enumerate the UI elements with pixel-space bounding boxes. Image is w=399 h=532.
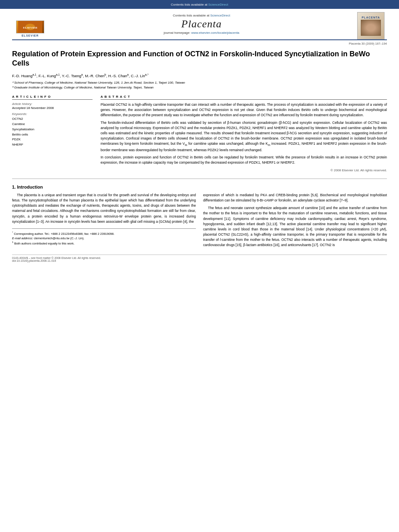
svg-text:ELSEVIER: ELSEVIER	[23, 26, 37, 29]
article-info-abstract: A R T I C L E I N F O Article history: A…	[12, 95, 387, 173]
intro-para-right-1: expression of which is mediated by PKA a…	[203, 193, 387, 203]
bottom-line-1: 0143-4004/$ – see front matter © 2008 El…	[12, 257, 387, 259]
affil-b: ᵇ Graduate Institute of Microbiology, Co…	[12, 86, 154, 89]
article-title: Regulation of Protein Expression and Fun…	[12, 49, 387, 68]
sciencedirect-link[interactable]: ScienceDirect	[208, 3, 228, 6]
journal-center: Contents lists available at ScienceDirec…	[48, 12, 355, 39]
copyright-notice: © 2008 Elsevier Ltd. All rights reserved…	[101, 168, 387, 173]
intro-text-left: The placenta is a unique and transient o…	[12, 193, 196, 224]
journal-logo-right: PLACENTA	[355, 12, 387, 39]
sciencedirect-link2[interactable]: ScienceDirect	[210, 14, 230, 17]
keyword-1: OCTN2	[12, 117, 93, 122]
footnotes: * Corresponding author. Tel.: +886 2 231…	[12, 228, 196, 246]
intro-para-right-2: The fetus and neonate cannot synthesize …	[203, 205, 387, 248]
article-reference: Placenta 30 (2009) 187–194	[0, 42, 387, 45]
footnote-equal: 1 Both authors contributed equally to th…	[12, 240, 196, 246]
section-divider	[12, 179, 387, 179]
bottom-line-2: doi:10.1016/j.placenta.2008.11.016	[12, 259, 387, 262]
abstract-column: A B S T R A C T Placental OCTN2 is a hig…	[101, 95, 387, 173]
placenta-badge: PLACENTA	[357, 12, 385, 39]
contents-line: Contents lists available at ScienceDirec…	[173, 14, 230, 17]
keywords-label: Keywords:	[12, 112, 93, 116]
bottom-bar: 0143-4004/$ – see front matter © 2008 El…	[12, 255, 387, 262]
badge-image	[361, 20, 381, 36]
section-number: 1.	[12, 185, 16, 189]
footnote-email: E-mail address: clementumich@ntu.edu.tw …	[12, 236, 196, 240]
keywords-list: OCTN2 Carnitine Syncytialization BeWo ce…	[12, 117, 93, 148]
keyword-2: Carnitine	[12, 122, 93, 127]
contents-text: Contents lists available at ScienceDirec…	[171, 3, 228, 6]
badge-title: PLACENTA	[362, 16, 380, 19]
history-value: Accepted 18 November 2008	[12, 106, 93, 110]
keyword-5: PDZK	[12, 137, 93, 142]
abstract-para-2: The forskolin-induced differentiation of…	[101, 120, 387, 153]
journal-name: Placenta	[181, 18, 222, 30]
article-info-column: A R T I C L E I N F O Article history: A…	[12, 95, 93, 173]
abstract-para-1: Placental OCTN2 is a high-affinity carni…	[101, 102, 387, 118]
keyword-6: NHERF	[12, 142, 93, 148]
intro-col-right: expression of which is mediated by PKA a…	[203, 193, 387, 251]
keyword-3: Syncytialization	[12, 127, 93, 132]
intro-text-right: expression of which is mediated by PKA a…	[203, 193, 387, 248]
elsevier-logo-image: ELSEVIER	[16, 21, 44, 33]
top-bar: Contents lists available at ScienceDirec…	[0, 0, 399, 9]
footnote-corresponding: * Corresponding author. Tel.: +886 2 231…	[12, 231, 196, 236]
authors-line: F.-D. Huanga,1, F.-L. Kunga,1, Y.-C. Tse…	[12, 72, 387, 79]
intro-para-left-1: The placenta is a unique and transient o…	[12, 193, 196, 224]
article-info-header: A R T I C L E I N F O	[12, 95, 93, 100]
keyword-4: BeWo cells	[12, 132, 93, 138]
main-content: Regulation of Protein Expression and Fun…	[12, 49, 387, 251]
abstract-header: A B S T R A C T	[101, 95, 387, 100]
history-label: Article history:	[12, 102, 93, 106]
journal-url: journal homepage: www.elsevier.com/locat…	[164, 31, 239, 35]
elsevier-text: ELSEVIER	[22, 34, 39, 37]
abstract-para-3: In conclusion, protein expression and fu…	[101, 155, 387, 165]
journal-header: ELSEVIER ELSEVIER Contents lists availab…	[12, 9, 387, 40]
affiliations: ᵃ School of Pharmacy, College of Medicin…	[12, 80, 387, 90]
intro-col-left: The placenta is a unique and transient o…	[12, 193, 196, 251]
elsevier-logo-area: ELSEVIER ELSEVIER	[12, 12, 48, 39]
journal-homepage-link[interactable]: www.elsevier.com/locate/placenta	[191, 31, 239, 35]
introduction-body: The placenta is a unique and transient o…	[12, 193, 387, 251]
section-title-text: Introduction	[17, 185, 43, 189]
affil-a: ᵃ School of Pharmacy, College of Medicin…	[12, 81, 185, 84]
introduction-heading: 1. Introduction	[12, 185, 387, 189]
abstract-text: Placental OCTN2 is a high-affinity carni…	[101, 102, 387, 173]
